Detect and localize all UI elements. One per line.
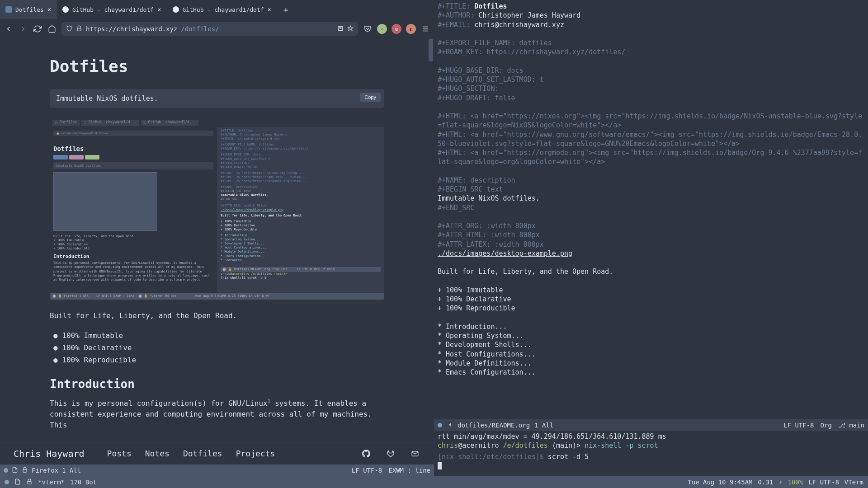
buffer-name: *vterm* bbox=[38, 479, 65, 486]
buffer-pos: 170 Bot bbox=[70, 479, 97, 486]
nav-posts[interactable]: Posts bbox=[107, 449, 132, 458]
nav-projects[interactable]: Projects bbox=[236, 449, 275, 458]
ns-codeblock: Immutable NixOS dotfiles. bbox=[53, 162, 213, 169]
url-path: /dotfiles/ bbox=[181, 25, 219, 33]
github-icon bbox=[62, 6, 69, 13]
list-item: 100% Reproducible bbox=[53, 354, 384, 366]
brand[interactable]: Chris Hayward bbox=[14, 448, 85, 459]
bookmark-icon[interactable] bbox=[347, 25, 354, 33]
workspace-icon bbox=[4, 468, 8, 473]
ns-bullet: • 100% Declarative bbox=[53, 243, 213, 247]
feature-list: 100% Immutable 100% Declarative 100% Rep… bbox=[50, 329, 384, 366]
ns-tab: ⬚ Dotfiles bbox=[52, 120, 80, 126]
reload-button[interactable] bbox=[33, 24, 42, 34]
list-item: 100% Immutable bbox=[53, 329, 384, 342]
major-mode: EXWM : line bbox=[388, 467, 430, 474]
list-item: 100% Declarative bbox=[53, 342, 384, 354]
battery-pct: 100% bbox=[788, 479, 803, 486]
section-heading: Introduction bbox=[50, 377, 384, 391]
url-bar[interactable]: https://chrishayward.xyz/dotfiles/ bbox=[61, 22, 358, 36]
desktop-bar: *vterm* 170 Bot Tue Aug 10 9:45AM 0.31 ⚡… bbox=[0, 476, 868, 488]
ns-urlbar: 🔒 github.com/chayward1/dotfiles bbox=[53, 131, 213, 136]
github-icon bbox=[173, 6, 179, 13]
browser-tabstrip: Dotfiles × GitHub - chayward1/dotf × Git… bbox=[0, 0, 434, 19]
ns-bullet: • 100% Immutable bbox=[53, 239, 213, 243]
ns-tagline: Built for Life, Liberty, and the Open Ro… bbox=[53, 235, 213, 239]
nav-notes[interactable]: Notes bbox=[145, 449, 170, 458]
pocket-icon[interactable] bbox=[363, 24, 373, 34]
vterm-buffer[interactable]: rtt min/avg/max/mdev = 49.294/186.651/36… bbox=[434, 431, 868, 476]
extension-ublock-icon[interactable]: u bbox=[392, 24, 401, 34]
home-button[interactable] bbox=[47, 24, 57, 34]
browser-pane: Dotfiles × GitHub - chayward1/dotf × Git… bbox=[0, 0, 434, 476]
hero-screenshot: ⬚ Dotfiles ⬚ GitHub -chayward1/d... ⬚ Gi… bbox=[50, 119, 384, 300]
close-icon[interactable]: × bbox=[157, 6, 161, 13]
load-avg: 0.31 bbox=[758, 479, 774, 486]
tab-label: Dotfiles bbox=[15, 6, 44, 13]
buffer-name: dotfiles/README.org bbox=[458, 422, 530, 429]
github-icon[interactable] bbox=[361, 448, 372, 459]
close-icon[interactable]: × bbox=[268, 6, 271, 13]
shield-icon[interactable] bbox=[66, 25, 72, 33]
file-icon bbox=[12, 467, 18, 474]
extension-1-icon[interactable]: ✓ bbox=[377, 24, 387, 34]
buffer-name: Firefox bbox=[32, 467, 58, 474]
major-mode: Org bbox=[821, 422, 832, 429]
scrollbar[interactable] bbox=[429, 39, 433, 61]
back-button[interactable] bbox=[4, 24, 14, 34]
mail-icon[interactable] bbox=[410, 448, 420, 459]
battery-icon: ⚡ bbox=[778, 479, 782, 486]
term-prompt-2: [nix-shell:/etc/dotfiles]$ scrot -d 5 bbox=[438, 452, 864, 461]
menu-button[interactable] bbox=[420, 24, 430, 34]
editor-buffer[interactable]: #+TITLE: Dotfiles#+AUTHOR: Christopher J… bbox=[434, 0, 868, 419]
editor-mode-line: dotfiles/README.org 1 All LF UTF-8 Org ⎇… bbox=[434, 419, 868, 431]
encoding: LF UTF-8 bbox=[352, 467, 382, 474]
svg-rect-9 bbox=[28, 481, 31, 484]
workspace-icon bbox=[438, 423, 442, 427]
svg-rect-0 bbox=[77, 28, 81, 31]
tab-label: GitHub - chayward1/dotf bbox=[72, 6, 154, 13]
git-branch: ⎇ main bbox=[838, 422, 864, 429]
code-block: Immutable NixOS dotfiles. Copy bbox=[50, 89, 384, 108]
editor-pane: #+TITLE: Dotfiles#+AUTHOR: Christopher J… bbox=[434, 0, 868, 476]
page-title: Dotfiles bbox=[50, 57, 384, 75]
ns-h1: Dotfiles bbox=[53, 145, 213, 152]
encoding: LF UTF-8 bbox=[783, 422, 814, 429]
file-icon bbox=[14, 479, 21, 486]
left-mode-line: Firefox 1 All LF UTF-8 EXWM : line bbox=[0, 465, 434, 476]
lock-icon bbox=[26, 479, 33, 486]
intro-paragraph: This is my personal configuration(s) for… bbox=[50, 398, 384, 431]
buffer-pos: 1 All bbox=[534, 422, 553, 429]
nav-dotfiles[interactable]: Dotfiles bbox=[183, 449, 222, 458]
copy-button[interactable]: Copy bbox=[360, 93, 381, 102]
browser-viewport[interactable]: Dotfiles Immutable NixOS dotfiles. Copy … bbox=[0, 39, 434, 442]
forward-button[interactable] bbox=[18, 24, 28, 34]
tab-dotfiles[interactable]: Dotfiles × bbox=[0, 0, 57, 19]
new-tab-button[interactable]: + bbox=[277, 5, 295, 14]
ns-badges bbox=[53, 155, 213, 160]
browser-toolbar: https://chrishayward.xyz/dotfiles/ ✓ u ◐ bbox=[0, 19, 434, 39]
site-nav: Chris Hayward Posts Notes Dotfiles Proje… bbox=[0, 442, 434, 465]
term-cursor bbox=[438, 462, 442, 469]
ns-tab: ⬚ GitHub -chayward1/d... bbox=[81, 120, 139, 126]
url-host: https://chrishayward.xyz bbox=[86, 25, 177, 33]
ns-h2: Introduction bbox=[53, 253, 213, 259]
tab-github-2[interactable]: GitHub - chayward1/dotf × bbox=[167, 0, 277, 19]
buffer-pos: 1 All bbox=[62, 467, 81, 474]
lock-icon[interactable] bbox=[76, 25, 82, 33]
extension-3-icon[interactable]: ◐ bbox=[406, 24, 416, 34]
tab-github-1[interactable]: GitHub - chayward1/dotf × bbox=[57, 0, 167, 19]
term-prompt: chris@acernitro /e/dotfiles (main)> nix-… bbox=[438, 441, 864, 450]
tab-label: GitHub - chayward1/dotf bbox=[183, 6, 264, 13]
gitlab-icon[interactable] bbox=[385, 448, 396, 459]
term-line: rtt min/avg/max/mdev = 49.294/186.651/36… bbox=[438, 432, 864, 441]
svg-rect-8 bbox=[23, 469, 27, 472]
favicon-icon bbox=[5, 6, 12, 13]
workspace-icon bbox=[5, 480, 9, 484]
encoding: LF UTF-8 bbox=[808, 479, 839, 486]
ns-bullet: • 100% Reproducible bbox=[53, 247, 213, 251]
ns-editor-preview: #+TITLE: Dotfiles #+AUTHOR: Christopher … bbox=[217, 127, 384, 300]
lock-icon bbox=[22, 467, 28, 474]
reader-icon[interactable] bbox=[337, 25, 344, 33]
close-icon[interactable]: × bbox=[47, 6, 51, 13]
